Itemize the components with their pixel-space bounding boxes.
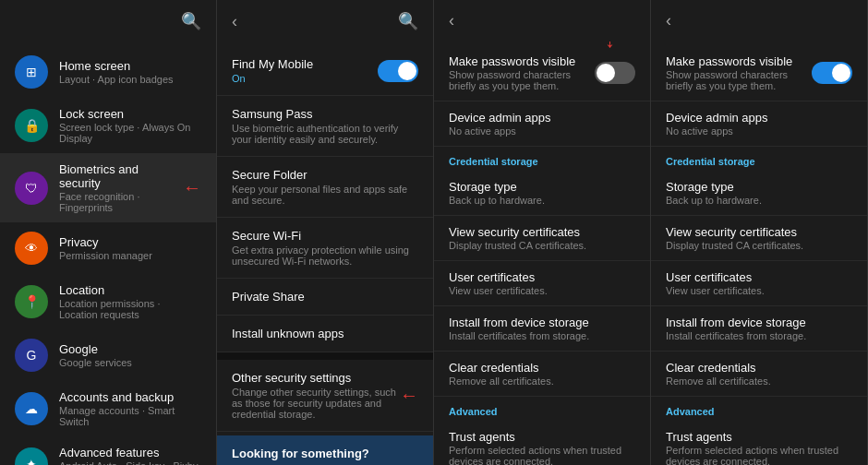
- item-subtitle-location: Location permissions · Location requests: [59, 298, 201, 320]
- bio-item-text-secure-folder: Secure Folder Keep your personal files a…: [232, 168, 418, 206]
- bio-item-find-mobile[interactable]: Find My Mobile On: [217, 46, 433, 96]
- sec-item-make-passwords[interactable]: ↓ Make passwords visible Show password c…: [434, 45, 650, 101]
- item-icon-google: G: [15, 339, 48, 372]
- item-icon-biometrics: 🛡: [15, 172, 48, 205]
- search-icon[interactable]: 🔍: [398, 11, 418, 31]
- sec-item-row-clear-creds: Clear credentials Remove all certificate…: [449, 361, 635, 387]
- sidebar-item-home-screen[interactable]: ⊞ Home screen Layout · App icon badges: [0, 46, 216, 98]
- sec-item-device-admin[interactable]: Device admin apps No active apps: [651, 101, 867, 147]
- sidebar-item-google[interactable]: G Google Google services: [0, 329, 216, 381]
- sec-item-sub-user-certs: View user certificates.: [449, 285, 628, 296]
- sec-item-text-make-passwords: Make passwords visible Show password cha…: [666, 54, 812, 91]
- sec-item-sub-trust-agents: Perform selected actions when trusted de…: [666, 445, 845, 465]
- item-icon-home-screen: ⊞: [15, 55, 48, 89]
- sec-item-row-make-passwords: Make passwords visible Show password cha…: [449, 54, 635, 91]
- sec-item-row-make-passwords: Make passwords visible Show password cha…: [666, 54, 852, 91]
- sec-item-title-make-passwords: Make passwords visible: [449, 54, 587, 68]
- sec-item-sub-clear-creds: Remove all certificates.: [449, 376, 628, 387]
- toggle-find-mobile[interactable]: [378, 60, 418, 82]
- item-text-biometrics: Biometrics and security Face recognition…: [59, 162, 179, 213]
- item-title-privacy: Privacy: [59, 235, 201, 249]
- sec-item-sub-make-passwords: Show password characters briefly as you …: [449, 69, 587, 91]
- item-text-home-screen: Home screen Layout · App icon badges: [59, 59, 201, 85]
- bio-item-sub-secure-wifi: Get extra privacy protection while using…: [232, 244, 418, 267]
- sec-item-row-user-certs: User certificates View user certificates…: [666, 270, 852, 296]
- back-icon[interactable]: ‹: [232, 12, 237, 31]
- sec-item-storage-type[interactable]: Storage type Back up to hardware.: [434, 171, 650, 216]
- sec-item-user-certs[interactable]: User certificates View user certificates…: [434, 261, 650, 306]
- settings-panel: 🔍 ⊞ Home screen Layout · App icon badges…: [0, 0, 217, 465]
- item-subtitle-lock-screen: Screen lock type · Always On Display: [59, 122, 201, 144]
- sec-item-title-storage-type: Storage type: [666, 180, 845, 194]
- sec-item-install-storage[interactable]: Install from device storage Install cert…: [651, 306, 867, 352]
- bio-item-sub-secure-folder: Keep your personal files and apps safe a…: [232, 184, 418, 206]
- sec-item-text-storage-type: Storage type Back up to hardware.: [449, 180, 635, 206]
- sec-item-make-passwords[interactable]: Make passwords visible Show password cha…: [651, 45, 867, 101]
- sec-item-text-trust-agents: Trust agents Perform selected actions wh…: [666, 430, 852, 465]
- biometrics-panel: ‹ 🔍 Find My Mobile On Samsung Pass Use b…: [217, 0, 434, 465]
- bio-item-other-security[interactable]: Other security settings Change other sec…: [217, 360, 433, 432]
- sec-item-sub-view-certs: Display trusted CA certificates.: [666, 240, 845, 251]
- toggle-make-passwords[interactable]: [595, 62, 635, 84]
- red-arrow-down-icon: ↓: [605, 42, 615, 53]
- sidebar-item-location[interactable]: 📍 Location Location permissions · Locati…: [0, 274, 216, 329]
- sec-item-view-certs[interactable]: View security certificates Display trust…: [434, 216, 650, 261]
- security-panel-4: ‹ Make passwords visible Show password c…: [651, 0, 868, 465]
- sec-item-clear-creds[interactable]: Clear credentials Remove all certificate…: [651, 352, 867, 397]
- item-text-accounts: Accounts and backup Manage accounts · Sm…: [59, 390, 201, 427]
- item-title-accounts: Accounts and backup: [59, 390, 201, 404]
- sec-item-title-install-storage: Install from device storage: [449, 316, 628, 329]
- sec-item-text-install-storage: Install from device storage Install cert…: [449, 316, 635, 341]
- item-subtitle-biometrics: Face recognition · Fingerprints: [59, 191, 179, 213]
- bio-item-samsung-pass[interactable]: Samsung Pass Use biometric authenticatio…: [217, 96, 433, 157]
- search-icon[interactable]: 🔍: [181, 11, 201, 31]
- sec-item-text-trust-agents: Trust agents Perform selected actions wh…: [449, 430, 635, 465]
- sec-item-storage-type[interactable]: Storage type Back up to hardware.: [651, 171, 867, 216]
- sec-item-row-trust-agents: Trust agents Perform selected actions wh…: [666, 430, 852, 465]
- item-icon-location: 📍: [15, 285, 48, 318]
- sec-item-user-certs[interactable]: User certificates View user certificates…: [651, 261, 867, 306]
- sec-item-sub-trust-agents: Perform selected actions when trusted de…: [449, 445, 628, 465]
- sec-item-title-view-certs: View security certificates: [666, 225, 845, 239]
- bio-item-title-other-security: Other security settings: [232, 371, 396, 385]
- bio-item-text-other-security: Other security settings Change other sec…: [232, 371, 396, 420]
- item-subtitle-home-screen: Layout · App icon badges: [59, 74, 201, 85]
- sec-item-text-clear-creds: Clear credentials Remove all certificate…: [449, 361, 635, 387]
- sec-item-trust-agents[interactable]: Trust agents Perform selected actions wh…: [651, 421, 867, 465]
- bio-item-secure-folder[interactable]: Secure Folder Keep your personal files a…: [217, 157, 433, 218]
- sec-item-text-view-certs: View security certificates Display trust…: [449, 225, 635, 251]
- sec-item-row-trust-agents: Trust agents Perform selected actions wh…: [449, 430, 635, 465]
- sec-item-install-storage[interactable]: Install from device storage Install cert…: [434, 306, 650, 352]
- back-icon[interactable]: ‹: [449, 11, 454, 30]
- security-header-3: ‹: [434, 0, 650, 42]
- item-icon-privacy: 👁: [15, 232, 48, 265]
- bio-item-install-unknown[interactable]: Install unknown apps: [217, 316, 433, 352]
- sidebar-item-biometrics[interactable]: 🛡 Biometrics and security Face recogniti…: [0, 153, 216, 222]
- sidebar-item-lock-screen[interactable]: 🔒 Lock screen Screen lock type · Always …: [0, 98, 216, 153]
- sec-item-title-device-admin: Device admin apps: [666, 111, 845, 125]
- bio-item-private-share[interactable]: Private Share: [217, 279, 433, 316]
- bio-item-title-samsung-pass: Samsung Pass: [232, 107, 418, 121]
- sec-item-device-admin[interactable]: Device admin apps No active apps: [434, 101, 650, 147]
- sec-item-sub-storage-type: Back up to hardware.: [449, 195, 628, 206]
- security-header-4: ‹: [651, 0, 867, 42]
- settings-header: 🔍: [0, 0, 216, 42]
- bio-item-secure-wifi[interactable]: Secure Wi-Fi Get extra privacy protectio…: [217, 218, 433, 279]
- settings-list: ⊞ Home screen Layout · App icon badges 🔒…: [0, 42, 216, 465]
- bio-item-text-private-share: Private Share: [232, 290, 418, 304]
- sec-item-clear-creds[interactable]: Clear credentials Remove all certificate…: [434, 352, 650, 397]
- sec-item-text-make-passwords: Make passwords visible Show password cha…: [449, 54, 595, 91]
- sec-item-trust-agents[interactable]: Trust agents Perform selected actions wh…: [434, 421, 650, 465]
- sidebar-item-privacy[interactable]: 👁 Privacy Permission manager: [0, 222, 216, 274]
- sec-item-text-view-certs: View security certificates Display trust…: [666, 225, 852, 251]
- back-icon[interactable]: ‹: [666, 11, 671, 30]
- sidebar-item-advanced[interactable]: ✦ Advanced features Android Auto · Side …: [0, 436, 216, 465]
- sec-item-row-device-admin: Device admin apps No active apps: [666, 111, 852, 137]
- sec-item-row-install-storage: Install from device storage Install cert…: [666, 316, 852, 341]
- sidebar-item-accounts[interactable]: ☁ Accounts and backup Manage accounts · …: [0, 381, 216, 436]
- bio-item-row-secure-wifi: Secure Wi-Fi Get extra privacy protectio…: [232, 229, 418, 267]
- sec-item-text-user-certs: User certificates View user certificates…: [666, 270, 852, 296]
- sec-item-row-storage-type: Storage type Back up to hardware.: [666, 180, 852, 206]
- sec-item-view-certs[interactable]: View security certificates Display trust…: [651, 216, 867, 261]
- toggle-make-passwords[interactable]: [812, 62, 852, 84]
